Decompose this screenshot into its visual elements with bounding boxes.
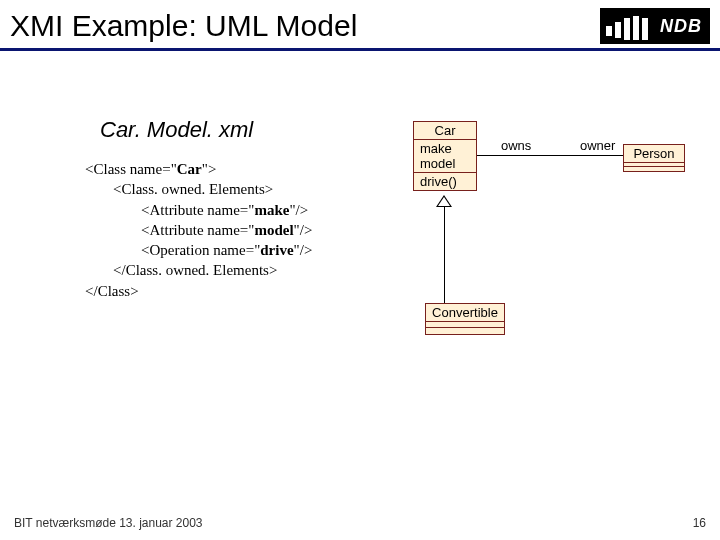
logo-text: NDB [660, 16, 702, 37]
uml-attributes: make model [414, 140, 476, 173]
uml-generalization-line [444, 207, 445, 303]
uml-class-person: Person [623, 144, 685, 172]
uml-diagram: Car make model drive() Person owns owner… [405, 121, 705, 381]
uml-association-line [477, 155, 623, 156]
xml-filename: Car. Model. xml [100, 117, 253, 143]
slide-number: 16 [693, 516, 706, 530]
uml-class-name: Car [414, 122, 476, 140]
uml-class-car: Car make model drive() [413, 121, 477, 191]
uml-generalization-arrow-icon [436, 195, 452, 207]
uml-class-name: Convertible [426, 304, 504, 322]
uml-assoc-label-owner: owner [580, 138, 615, 153]
uml-assoc-label-owns: owns [501, 138, 531, 153]
xml-snippet: <Class name="Car"> <Class. owned. Elemen… [85, 159, 312, 301]
uml-operations [426, 328, 504, 334]
ndb-logo: NDB [600, 8, 710, 44]
uml-class-name: Person [624, 145, 684, 163]
footer-note: BIT netværksmøde 13. januar 2003 [14, 516, 203, 530]
uml-operations [624, 167, 684, 171]
page-title: XMI Example: UML Model [10, 9, 600, 43]
uml-operations: drive() [414, 173, 476, 190]
logo-wave-icon [606, 14, 648, 40]
uml-class-convertible: Convertible [425, 303, 505, 335]
